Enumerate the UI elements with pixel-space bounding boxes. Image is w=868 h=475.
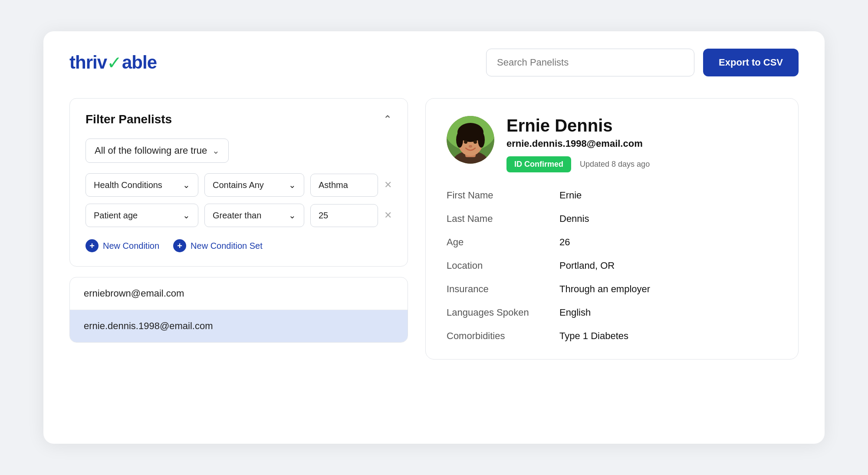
condition-row: Health Conditions ⌄ Contains Any ⌄ Asthm… — [85, 173, 392, 197]
svg-point-8 — [478, 132, 485, 148]
filter-collapse-icon[interactable]: ⌃ — [383, 113, 392, 125]
add-buttons: + New Condition + New Condition Set — [85, 239, 392, 252]
operator-chevron-1: ⌄ — [289, 180, 296, 190]
operator-select-2[interactable]: Greater than ⌄ — [204, 204, 304, 227]
result-item-2[interactable]: ernie.dennis.1998@email.com — [70, 310, 408, 342]
logo-text: thriv — [69, 52, 107, 73]
detail-label-3: Location — [447, 260, 559, 271]
operator-label-1: Contains Any — [213, 180, 264, 190]
detail-value-2: 26 — [559, 237, 777, 248]
remove-condition-2[interactable]: ✕ — [384, 210, 392, 221]
export-csv-button[interactable]: Export to CSV — [703, 49, 799, 76]
svg-point-7 — [456, 132, 463, 148]
search-input[interactable] — [486, 49, 694, 76]
logic-dropdown[interactable]: All of the following are true ⌄ — [85, 139, 229, 163]
avatar — [447, 116, 494, 164]
detail-value-3: Portland, OR — [559, 260, 777, 271]
detail-label-5: Languages Spoken — [447, 307, 559, 318]
updated-text: Updated 8 days ago — [580, 160, 650, 169]
operator-select-1[interactable]: Contains Any ⌄ — [204, 173, 304, 197]
detail-label-1: Last Name — [447, 213, 559, 224]
svg-point-10 — [473, 140, 477, 144]
svg-point-9 — [464, 140, 467, 144]
value-field-2: 25 — [310, 204, 378, 227]
profile-info: Ernie Dennis ernie.dennis.1998@email.com… — [506, 116, 777, 172]
id-confirmed-badge: ID Confirmed — [506, 156, 571, 172]
profile-badges: ID Confirmed Updated 8 days ago — [506, 156, 777, 172]
detail-label-6: Comorbidities — [447, 330, 559, 342]
results-list: erniebrown@email.com ernie.dennis.1998@e… — [69, 277, 408, 343]
add-condition-set-label: New Condition Set — [191, 241, 263, 251]
detail-value-6: Type 1 Diabetes — [559, 330, 777, 342]
logo-text-end: able — [122, 52, 157, 73]
detail-value-4: Through an employer — [559, 284, 777, 295]
filter-title: Filter Panelists — [85, 112, 172, 126]
filter-header: Filter Panelists ⌃ — [85, 112, 392, 126]
result-item-1[interactable]: erniebrown@email.com — [70, 277, 408, 310]
profile-card: Ernie Dennis ernie.dennis.1998@email.com… — [425, 98, 799, 360]
left-panel: Filter Panelists ⌃ All of the following … — [69, 98, 408, 343]
operator-label-2: Greater than — [213, 211, 261, 221]
add-condition-label: New Condition — [103, 241, 159, 251]
filter-box: Filter Panelists ⌃ All of the following … — [69, 98, 408, 267]
field-label-2: Patient age — [94, 211, 138, 221]
condition-rows: Health Conditions ⌄ Contains Any ⌄ Asthm… — [85, 173, 392, 227]
add-condition-button[interactable]: + New Condition — [85, 239, 159, 252]
add-condition-set-button[interactable]: + New Condition Set — [173, 239, 263, 252]
result-email-1: erniebrown@email.com — [84, 288, 184, 299]
remove-condition-1[interactable]: ✕ — [384, 179, 392, 191]
app-container: thriv ✓ able Export to CSV Filter Paneli… — [43, 31, 825, 444]
detail-label-4: Insurance — [447, 284, 559, 295]
field-select-2[interactable]: Patient age ⌄ — [85, 204, 198, 227]
detail-label-0: First Name — [447, 190, 559, 201]
profile-header: Ernie Dennis ernie.dennis.1998@email.com… — [447, 116, 777, 172]
profile-email: ernie.dennis.1998@email.com — [506, 138, 777, 149]
logic-chevron-icon: ⌄ — [212, 145, 220, 156]
logo: thriv ✓ able — [69, 52, 157, 73]
operator-chevron-2: ⌄ — [289, 210, 296, 221]
field-chevron-2: ⌄ — [183, 210, 190, 221]
detail-value-5: English — [559, 307, 777, 318]
field-select-1[interactable]: Health Conditions ⌄ — [85, 173, 198, 197]
detail-label-2: Age — [447, 237, 559, 248]
detail-value-1: Dennis — [559, 213, 777, 224]
svg-point-11 — [469, 145, 472, 148]
header: thriv ✓ able Export to CSV — [69, 49, 799, 76]
field-label-1: Health Conditions — [94, 180, 162, 190]
condition-row: Patient age ⌄ Greater than ⌄ 25 ✕ — [85, 204, 392, 227]
add-condition-set-icon: + — [173, 239, 186, 252]
field-chevron-1: ⌄ — [183, 180, 190, 190]
detail-value-0: Ernie — [559, 190, 777, 201]
main-layout: Filter Panelists ⌃ All of the following … — [69, 98, 799, 360]
logo-checkmark: ✓ — [107, 52, 122, 73]
result-email-2: ernie.dennis.1998@email.com — [84, 320, 213, 331]
add-condition-icon: + — [85, 239, 99, 252]
profile-name: Ernie Dennis — [506, 116, 777, 135]
avatar-image — [447, 116, 494, 164]
header-right: Export to CSV — [486, 49, 799, 76]
value-field-1: Asthma — [310, 174, 378, 197]
profile-details: First NameErnieLast NameDennisAge26Locat… — [447, 190, 777, 342]
logic-dropdown-label: All of the following are true — [95, 145, 207, 156]
